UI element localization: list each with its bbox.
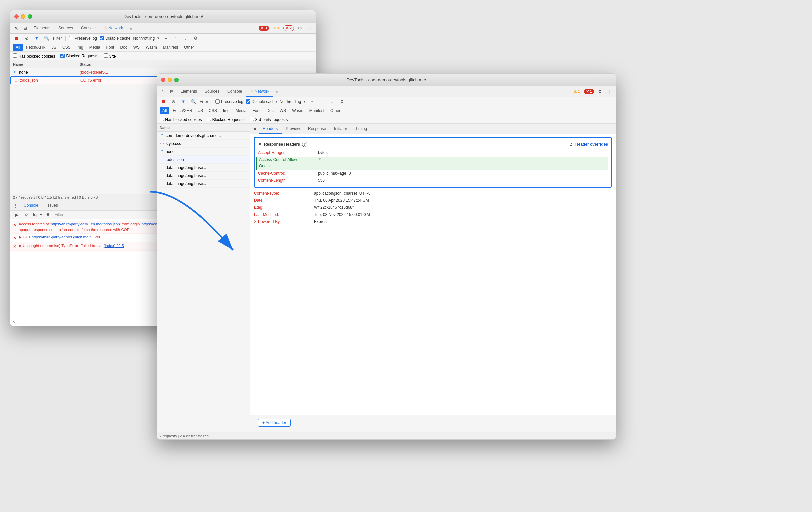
blocked-requests-cb-1[interactable]: [60, 54, 65, 58]
has-blocked-label-2[interactable]: Has blocked cookies: [160, 117, 202, 122]
close-button-2[interactable]: [161, 78, 165, 82]
get-link-1[interactable]: https://third-party-server.glitch.me/t..…: [32, 235, 94, 239]
type-img-1[interactable]: Img: [74, 44, 86, 51]
request-row-data1-2[interactable]: — data:image/png;base...: [157, 164, 250, 172]
settings-icon-1[interactable]: ⚙: [192, 35, 199, 42]
tab-console-2[interactable]: Console: [224, 86, 246, 96]
stop-btn-2[interactable]: ⏹: [160, 98, 167, 105]
has-blocked-cb-2[interactable]: [160, 117, 164, 121]
tab-network-2[interactable]: ⚠ Network: [246, 86, 273, 96]
tab-elements-2[interactable]: Elements: [176, 86, 201, 96]
type-manifest-2[interactable]: Manifest: [307, 107, 327, 114]
tab-console-1[interactable]: Console: [77, 23, 99, 33]
request-row-style-2[interactable]: { } style.css: [157, 140, 250, 148]
type-fetch-1[interactable]: Fetch/XHR: [23, 44, 48, 51]
preserve-log-label-1[interactable]: Preserve log: [69, 36, 97, 40]
type-ws-1[interactable]: WS: [130, 44, 142, 51]
tab-more-1[interactable]: »: [127, 26, 135, 31]
type-media-1[interactable]: Media: [87, 44, 103, 51]
maximize-button-1[interactable]: [28, 14, 32, 19]
detail-tab-response-2[interactable]: Response: [304, 123, 330, 134]
console-tab-issues-1[interactable]: Issues: [42, 201, 62, 210]
gear-icon-2[interactable]: ⚙: [596, 88, 604, 95]
minimize-button-1[interactable]: [21, 14, 25, 19]
wifi-icon-2[interactable]: ⌁: [309, 98, 316, 105]
tab-elements-1[interactable]: Elements: [30, 23, 54, 33]
tab-sources-2[interactable]: Sources: [201, 86, 224, 96]
help-icon-2[interactable]: ?: [302, 142, 308, 147]
type-doc-1[interactable]: Doc: [117, 44, 129, 51]
wifi-icon-1[interactable]: ⌁: [162, 35, 169, 42]
search-btn-2[interactable]: 🔍: [190, 98, 197, 105]
add-header-btn-2[interactable]: + Add header: [258, 419, 291, 427]
third-party-cb-1[interactable]: [104, 53, 108, 58]
disable-cache-cb-2[interactable]: [246, 99, 251, 104]
detail-tab-headers-2[interactable]: Headers: [259, 123, 282, 134]
cursor-icon-2[interactable]: ↖: [159, 88, 167, 95]
detail-tab-initiator-2[interactable]: Initiator: [330, 123, 351, 134]
cursor-icon[interactable]: ↖: [12, 24, 20, 32]
request-row-data3-2[interactable]: — data:image/png;base...: [157, 179, 250, 188]
tab-network-1[interactable]: ⚠ Network: [99, 23, 127, 33]
index-link-1[interactable]: (index):22:5: [104, 244, 124, 248]
more-icon-2[interactable]: ⋮: [606, 88, 614, 95]
type-fetch-2[interactable]: Fetch/XHR: [170, 107, 195, 114]
request-row-none-2[interactable]: 🗋 none: [157, 148, 250, 155]
type-css-1[interactable]: CSS: [60, 44, 73, 51]
type-wasm-2[interactable]: Wasm: [289, 107, 306, 114]
disable-cache-cb-1[interactable]: [99, 36, 104, 40]
third-party-label-2[interactable]: 3rd-party requests: [250, 117, 288, 122]
third-party-cb-2[interactable]: [250, 117, 254, 121]
download-icon-2[interactable]: ↓: [328, 98, 336, 105]
layers-icon[interactable]: ⊟: [21, 24, 29, 32]
type-js-1[interactable]: JS: [49, 44, 59, 51]
close-button-1[interactable]: [14, 14, 19, 19]
type-other-1[interactable]: Other: [181, 44, 197, 51]
type-all-2[interactable]: All: [160, 107, 169, 114]
funnel-btn-2[interactable]: ▼: [179, 98, 187, 105]
collapse-arrow-2[interactable]: ▼: [258, 142, 262, 147]
cors-link-1[interactable]: https://third-party-serv...ch.me/todos.j…: [51, 222, 120, 226]
gear-icon-1[interactable]: ⚙: [296, 24, 304, 32]
header-overrides-link-2[interactable]: Header overrides: [575, 142, 608, 147]
throttle-arrow-2[interactable]: ▾: [304, 99, 306, 104]
preserve-log-label-2[interactable]: Preserve log: [215, 99, 243, 104]
type-img-2[interactable]: Img: [221, 107, 232, 114]
search-btn-1[interactable]: 🔍: [43, 35, 50, 42]
minimize-button-2[interactable]: [168, 78, 172, 82]
clear-btn-1[interactable]: ⊘: [23, 35, 30, 42]
type-css-2[interactable]: CSS: [206, 107, 220, 114]
type-font-1[interactable]: Font: [103, 44, 117, 51]
disable-cache-label-2[interactable]: Disable cache: [246, 99, 277, 104]
request-row-cors-demo-2[interactable]: 🗋 cors-demo-devtools.glitch.me...: [157, 132, 250, 140]
throttle-arrow-1[interactable]: ▾: [157, 36, 159, 40]
has-blocked-label-1[interactable]: Has blocked cookies: [13, 53, 55, 59]
has-blocked-cb-1[interactable]: [13, 53, 17, 58]
download-icon-1[interactable]: ↓: [182, 35, 189, 42]
top-selector-1[interactable]: top ▾: [33, 212, 42, 217]
funnel-btn-1[interactable]: ▼: [33, 35, 40, 42]
tab-sources-1[interactable]: Sources: [54, 23, 77, 33]
maximize-button-2[interactable]: [174, 78, 178, 82]
type-ws-2[interactable]: WS: [277, 107, 289, 114]
type-other-2[interactable]: Other: [328, 107, 343, 114]
type-font-2[interactable]: Font: [250, 107, 263, 114]
detail-tab-timing-2[interactable]: Timing: [351, 123, 371, 134]
console-expand-btn-1[interactable]: ▶: [13, 211, 20, 218]
type-manifest-1[interactable]: Manifest: [160, 44, 180, 51]
layers-icon-2[interactable]: ⊟: [168, 88, 176, 95]
preserve-log-cb-2[interactable]: [215, 99, 220, 104]
settings-icon-2[interactable]: ⚙: [338, 98, 346, 105]
close-detail-btn-2[interactable]: ✕: [252, 125, 259, 133]
stop-btn-1[interactable]: ⏹: [13, 35, 20, 42]
console-tab-console-1[interactable]: Console: [20, 201, 42, 210]
blocked-requests-label-2[interactable]: Blocked Requests: [207, 117, 244, 122]
type-doc-2[interactable]: Doc: [264, 107, 276, 114]
disable-cache-label-1[interactable]: Disable cache: [99, 36, 130, 40]
console-eye-btn-1[interactable]: 👁: [45, 211, 52, 218]
request-row-todos-2[interactable]: □ todos.json: [157, 155, 250, 164]
detail-tab-preview-2[interactable]: Preview: [282, 123, 304, 134]
upload-icon-2[interactable]: ↑: [318, 98, 326, 105]
more-icon-1[interactable]: ⋮: [306, 24, 314, 32]
type-all-1[interactable]: All: [13, 44, 23, 51]
